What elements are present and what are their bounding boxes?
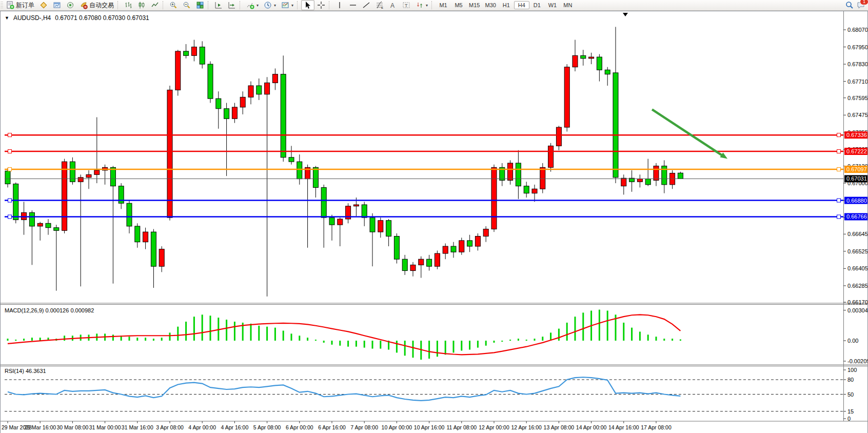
macd-bar <box>607 311 608 341</box>
line-handle[interactable] <box>837 167 841 171</box>
macd-bar <box>283 331 284 341</box>
auto-trading-button[interactable]: 自动交易 <box>77 0 116 10</box>
toolbar-grip[interactable] <box>1 2 3 9</box>
chart-shift-marker[interactable] <box>623 13 628 16</box>
line-handle[interactable] <box>837 199 841 202</box>
trendline-tool[interactable] <box>360 0 373 10</box>
timeframe-h4[interactable]: H4 <box>514 1 529 9</box>
candle-chart-button[interactable] <box>135 0 148 10</box>
macd-bar <box>461 341 462 351</box>
macd-bar <box>656 337 657 341</box>
zoom-out-button[interactable] <box>180 0 193 10</box>
tile-windows-button[interactable] <box>193 0 207 10</box>
svg-text:50: 50 <box>847 391 854 398</box>
svg-text:17 Apr 08:00: 17 Apr 08:00 <box>641 424 672 430</box>
line-handle[interactable] <box>837 133 841 137</box>
macd-bar <box>250 324 252 341</box>
candle <box>110 167 115 186</box>
svg-text:0.67475: 0.67475 <box>847 112 867 118</box>
chart-menu-triangle[interactable]: ▼ <box>5 15 9 21</box>
svg-text:0.67595: 0.67595 <box>847 95 867 101</box>
profiles-button[interactable] <box>50 0 64 10</box>
horizontal-line-tool[interactable] <box>346 0 360 10</box>
vertical-line-tool[interactable] <box>333 0 346 10</box>
candle <box>175 51 181 90</box>
candle <box>289 158 294 162</box>
svg-text:31 Mar 16:00: 31 Mar 16:00 <box>122 424 153 430</box>
line-handle[interactable] <box>837 150 841 153</box>
label-tool[interactable]: T <box>400 0 413 10</box>
candle <box>362 205 367 218</box>
svg-text:-0.00205: -0.00205 <box>847 358 867 364</box>
cursor-tool-button[interactable] <box>301 0 314 10</box>
svg-text:4 Apr 16:00: 4 Apr 16:00 <box>221 424 249 430</box>
label-icon: T <box>402 1 410 9</box>
periods-button[interactable]: ▾ <box>261 0 279 10</box>
line-handle[interactable] <box>8 167 12 171</box>
timeframe-m15[interactable]: M15 <box>466 1 482 9</box>
line-chart-button[interactable] <box>148 0 162 10</box>
timeframe-m5[interactable]: M5 <box>451 1 466 9</box>
templates-button[interactable]: ▾ <box>279 0 296 10</box>
time-axis[interactable]: 29 Mar 202329 Mar 16:0030 Mar 08:0031 Ma… <box>2 421 672 430</box>
main-toolbar: 新订单 <box>0 0 868 11</box>
line-handle[interactable] <box>8 199 12 202</box>
candle <box>46 223 51 227</box>
line-handle[interactable] <box>8 215 12 219</box>
text-tool[interactable]: A <box>386 0 400 10</box>
market-watch-button[interactable] <box>64 0 77 10</box>
candle <box>321 187 326 218</box>
line-handle[interactable] <box>837 215 841 219</box>
crosshair-icon <box>317 1 325 9</box>
candle <box>257 86 262 94</box>
svg-text:0.66285: 0.66285 <box>847 283 867 289</box>
indicators-button[interactable]: ▾ <box>244 0 261 10</box>
candle <box>135 226 140 242</box>
candle <box>475 236 480 246</box>
svg-text:14 Apr 00:00: 14 Apr 00:00 <box>576 424 607 430</box>
svg-text:0.67950: 0.67950 <box>847 44 867 50</box>
svg-text:100: 100 <box>847 367 857 373</box>
search-icon[interactable] <box>845 1 854 9</box>
macd-bar <box>23 339 25 341</box>
candle <box>573 55 578 67</box>
macd-bar <box>672 339 673 341</box>
new-order-button[interactable]: 新订单 <box>4 0 37 10</box>
candle <box>459 241 464 252</box>
arrows-tool[interactable]: ▾ <box>413 0 430 10</box>
notifications-button[interactable]: 1 <box>857 1 865 9</box>
macd-bar <box>428 341 430 359</box>
toolbar-separator <box>240 1 243 9</box>
svg-text:15: 15 <box>847 408 854 415</box>
candle <box>353 205 359 206</box>
line-handle[interactable] <box>8 150 12 153</box>
arrows-icon <box>416 1 424 9</box>
timeframe-d1[interactable]: D1 <box>529 1 545 9</box>
bar-chart-button[interactable] <box>122 0 135 10</box>
auto-scroll-button[interactable] <box>212 0 225 10</box>
clock-icon <box>264 1 272 9</box>
trend-arrow[interactable] <box>652 109 722 155</box>
timeframe-m1[interactable]: M1 <box>436 1 451 9</box>
crosshair-tool-button[interactable] <box>314 0 328 10</box>
timeframe-mn[interactable]: MN <box>560 1 576 9</box>
candle <box>143 232 148 242</box>
timeframe-h1[interactable]: H1 <box>499 1 514 9</box>
zoom-in-button[interactable] <box>167 0 180 10</box>
macd-bar <box>631 328 633 341</box>
price-levels: 0.673360.672220.670970.668800.66766 <box>5 131 867 220</box>
macd-bar <box>258 326 260 341</box>
svg-text:6 Apr 16:00: 6 Apr 16:00 <box>318 424 346 430</box>
timeframe-w1[interactable]: W1 <box>545 1 560 9</box>
chart-canvas[interactable]: 0.680700.679500.678300.677100.675950.674… <box>1 11 867 433</box>
timeframe-m30[interactable]: M30 <box>482 1 498 9</box>
line-handle[interactable] <box>8 133 12 137</box>
chart-shift-button[interactable] <box>225 0 239 10</box>
macd-bar <box>315 340 317 341</box>
svg-text:30 Mar 08:00: 30 Mar 08:00 <box>56 424 88 430</box>
new-chart-button[interactable] <box>37 0 50 10</box>
fibonacci-tool[interactable]: E <box>373 0 386 10</box>
svg-text:10 Apr 16:00: 10 Apr 16:00 <box>414 424 445 430</box>
candle <box>191 47 196 56</box>
candle <box>508 163 513 181</box>
